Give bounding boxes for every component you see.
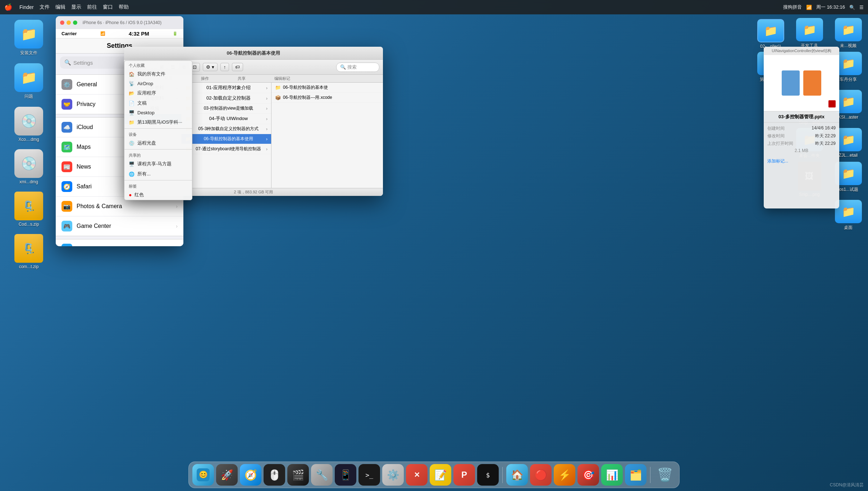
finder-maximize-button[interactable] bbox=[141, 51, 145, 55]
news-icon: 📰 bbox=[61, 161, 72, 172]
fav-item-remote-disk[interactable]: 💿 远程光盘 bbox=[124, 138, 192, 148]
dock-tools[interactable]: 🔧 bbox=[311, 464, 333, 486]
maximize-button[interactable] bbox=[73, 20, 77, 25]
desktop-icon-xcode-dmg[interactable]: 💿 Xco....dmg bbox=[11, 107, 47, 142]
fav-item-applications[interactable]: 📂 应用程序 bbox=[124, 88, 192, 98]
dock-notes[interactable]: 📝 bbox=[430, 464, 451, 486]
dock-syspreferences[interactable]: ⚙️ bbox=[382, 464, 404, 486]
finder-close-button[interactable] bbox=[128, 51, 132, 55]
dock-app3[interactable]: ⚡ bbox=[554, 464, 575, 486]
desktop-icon-video[interactable]: 📁 未...视频 bbox=[830, 18, 866, 49]
dock-xmind[interactable]: ✕ bbox=[406, 464, 428, 486]
finder-col2-item-2[interactable]: 📁 03-控制器的view是懒加载 › bbox=[182, 104, 271, 114]
shared-course-label: 课程共享-马方题 bbox=[137, 161, 172, 167]
action-button[interactable]: ⚙ ▾ bbox=[203, 63, 218, 71]
iphone-time: 4:32 PM bbox=[129, 31, 149, 37]
share-button[interactable]: ↑ bbox=[220, 63, 229, 71]
folder-devtools-icon: 📁 bbox=[796, 18, 823, 41]
menubar-edit[interactable]: 编辑 bbox=[55, 4, 65, 10]
col-header-share: 共享 bbox=[238, 76, 246, 81]
close-button[interactable] bbox=[60, 20, 64, 25]
menubar-view[interactable]: 显示 bbox=[71, 4, 81, 10]
fav-item-all-shared[interactable]: 🌐 所有... bbox=[124, 169, 192, 179]
finder-col2-item-1[interactable]: 📁 02-加载自定义控制器 › bbox=[182, 93, 271, 104]
desktop-icon-02roller[interactable]: 📁 02-...oller)) bbox=[753, 19, 789, 49]
dock-app6[interactable]: 🗂️ bbox=[625, 464, 647, 486]
menubar-input-method[interactable]: 搜狗拼音 bbox=[783, 4, 802, 10]
fav-item-documents[interactable]: 📄 文稿 bbox=[124, 98, 192, 108]
fav-item-all-files[interactable]: 🏠 我的所有文件 bbox=[124, 69, 192, 79]
dock-separator-2 bbox=[650, 467, 650, 483]
dock-terminal2[interactable]: $ bbox=[477, 464, 499, 486]
mouse-icon: 🖱️ bbox=[268, 469, 281, 481]
finder-window-title: 06-导航控制器的基本使用 bbox=[227, 50, 280, 56]
col3-item-0: 06-导航控制器的基本使 bbox=[283, 84, 328, 91]
fav-item-shared-course[interactable]: 🖥️ 课程共享-马方题 bbox=[124, 159, 192, 169]
dock-app1[interactable]: 🏠 bbox=[506, 464, 528, 486]
dock-finder[interactable]: 😊 bbox=[192, 464, 214, 486]
menubar-search[interactable]: 🔍 bbox=[849, 5, 855, 10]
folder-zjl-label: ZJL...etail bbox=[839, 153, 858, 158]
menubar-help[interactable]: 帮助 bbox=[119, 4, 129, 10]
fav-item-airdrop[interactable]: 📡 AirDrop bbox=[124, 79, 192, 88]
modified-label: 修改时间 bbox=[767, 133, 785, 139]
menubar-controlcenter[interactable]: ☰ bbox=[859, 5, 864, 10]
desktop-icon-xmi-dmg[interactable]: 💿 xmi...dmg bbox=[11, 149, 47, 184]
tag-button[interactable]: 🏷 bbox=[232, 63, 243, 71]
col2-arrow-4: › bbox=[266, 126, 268, 132]
preview-add-tag[interactable]: 添加标记... bbox=[764, 156, 839, 166]
fav-item-desktop[interactable]: 🖥️ Desktop bbox=[124, 108, 192, 117]
dmg-xcode-icon: 💿 bbox=[14, 107, 43, 136]
desktop-icon-com-zip[interactable]: 🗜️ com...t.zip bbox=[11, 234, 47, 269]
apple-menu[interactable]: 🍎 bbox=[4, 3, 12, 11]
col-header-action: 操作 bbox=[201, 76, 209, 81]
menubar-right: 搜狗拼音 📶 周一 16:32:16 🔍 ☰ bbox=[783, 4, 864, 10]
desktop-icon-devtools[interactable]: 📁 开发工具 bbox=[791, 18, 827, 49]
finder-minimize-button[interactable] bbox=[134, 51, 138, 55]
dock-trash[interactable]: 🗑️ bbox=[654, 464, 676, 486]
desktop-icon-question[interactable]: 📁 问题 bbox=[11, 63, 47, 100]
dock-safari[interactable]: 🧭 bbox=[240, 464, 261, 486]
menubar-finder[interactable]: Finder bbox=[19, 4, 34, 10]
dock-app2[interactable]: 🔴 bbox=[530, 464, 552, 486]
settings-item-twitter[interactable]: 🐦 Twitter › bbox=[56, 239, 183, 246]
finder-col2-item-4[interactable]: 📁 05-3种加载自定义控制器的方式 › bbox=[182, 124, 271, 134]
preview-filename: 03-多控制器管理.pptx bbox=[764, 111, 839, 123]
finder-col2-item-5[interactable]: 📁 06-导航控制器的基本使用 › bbox=[182, 134, 271, 144]
fav-item-red-tag[interactable]: ● 红色 bbox=[124, 190, 192, 200]
finder-col2-item-0[interactable]: 📁 01-应用程序对象介绍 › bbox=[182, 83, 271, 93]
fav-divider-1 bbox=[124, 128, 192, 129]
dock-app5[interactable]: 📊 bbox=[601, 464, 623, 486]
finder-col2-item-3[interactable]: 📁 04-手动 UIWindow › bbox=[182, 114, 271, 124]
settings-item-gamecenter[interactable]: 🎮 Game Center › bbox=[56, 216, 183, 236]
app1-icon: 🏠 bbox=[511, 469, 524, 481]
preview-box-blue bbox=[782, 70, 800, 96]
menubar-file[interactable]: 文件 bbox=[40, 4, 50, 10]
modified-value: 昨天 22:29 bbox=[815, 133, 836, 139]
xcodeproj-icon: 📦 bbox=[275, 95, 281, 100]
menubar-go[interactable]: 前往 bbox=[87, 4, 97, 10]
dock-launchpad[interactable]: 🚀 bbox=[216, 464, 238, 486]
dock-mouse[interactable]: 🖱️ bbox=[264, 464, 285, 486]
dock-wps[interactable]: P bbox=[453, 464, 475, 486]
minimize-button[interactable] bbox=[67, 20, 71, 25]
finder-col2-item-6[interactable]: 📁 07-通过storyboard使用导航控制器 › bbox=[182, 144, 271, 154]
finder-window-controls bbox=[128, 51, 145, 55]
finder-col3-item-0[interactable]: 📁 06-导航控制器的基本使 bbox=[271, 83, 383, 93]
remote-disk-icon: 💿 bbox=[129, 141, 134, 146]
all-shared-label: 所有... bbox=[137, 171, 151, 177]
dock-app4[interactable]: 🎯 bbox=[577, 464, 599, 486]
dock-media[interactable]: 🎬 bbox=[287, 464, 309, 486]
app4-icon: 🎯 bbox=[582, 469, 595, 481]
fav-item-ios[interactable]: 📁 第13期黑马iOS学科··· bbox=[124, 117, 192, 127]
dock-phone[interactable]: 📱 bbox=[335, 464, 356, 486]
media-icon: 🎬 bbox=[292, 469, 305, 481]
menubar-window[interactable]: 窗口 bbox=[103, 4, 113, 10]
finder-search-bar[interactable]: 🔍 搜索 bbox=[336, 63, 379, 72]
finder-col3-item-1[interactable]: 📦 06-导航控制器---用.xcode bbox=[271, 93, 383, 103]
dock-terminal[interactable]: >_ bbox=[358, 464, 380, 486]
xmind-icon: ✕ bbox=[414, 471, 420, 479]
col2-item-6: 07-通过storyboard使用导航控制器 bbox=[196, 146, 261, 152]
desktop-icon-install[interactable]: 📁 安装文件 bbox=[11, 20, 47, 56]
desktop-icon-cod-zip[interactable]: 🗜️ Cod...s.zip bbox=[11, 192, 47, 227]
